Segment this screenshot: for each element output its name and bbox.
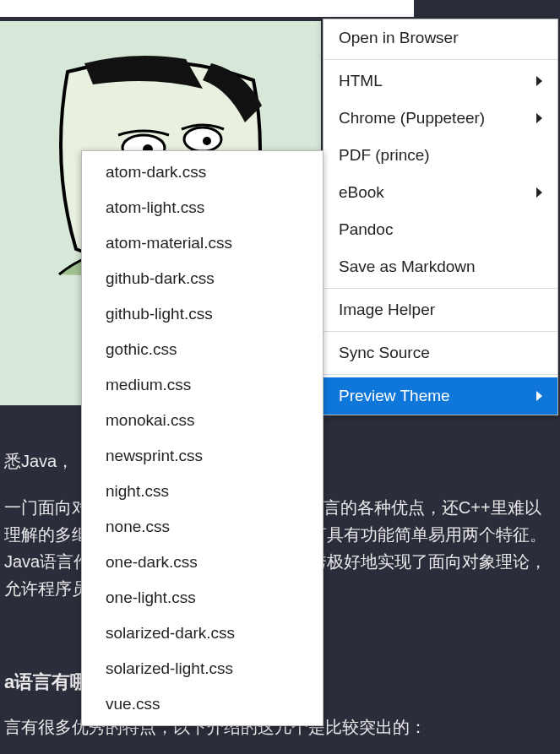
menu-item-save-as-markdown[interactable]: Save as Markdown	[323, 248, 557, 285]
header-strip	[0, 0, 414, 17]
menu-item-html[interactable]: HTML	[323, 62, 557, 100]
submenu-arrow-icon	[536, 187, 542, 198]
menu-item-sync-source[interactable]: Sync Source	[323, 334, 557, 372]
submenu-arrow-icon	[536, 391, 542, 401]
menu-item-label: Open in Browser	[339, 29, 459, 47]
menu-item-label: Image Helper	[339, 301, 435, 319]
menu-item-label: Preview Theme	[339, 387, 450, 405]
theme-item-github-light-css[interactable]: github-light.css	[82, 296, 323, 332]
svg-point-1	[184, 127, 221, 151]
menu-item-image-helper[interactable]: Image Helper	[323, 291, 557, 328]
menu-separator	[323, 288, 557, 289]
menu-item-label: HTML	[339, 72, 383, 90]
theme-item-night-css[interactable]: night.css	[82, 474, 323, 509]
menu-item-preview-theme[interactable]: Preview Theme	[323, 377, 557, 415]
menu-item-chrome-puppeteer[interactable]: Chrome (Puppeteer)	[323, 100, 557, 137]
menu-item-pdf-prince[interactable]: PDF (prince)	[323, 137, 557, 174]
theme-item-vue-css[interactable]: vue.css	[82, 686, 323, 722]
bg-text-fragment-1: 悉Java，	[0, 448, 78, 475]
theme-item-gothic-css[interactable]: gothic.css	[82, 332, 323, 367]
theme-item-github-dark-css[interactable]: github-dark.css	[82, 261, 323, 296]
menu-separator	[323, 331, 557, 332]
submenu-arrow-icon	[536, 113, 542, 123]
submenu-arrow-icon	[536, 76, 542, 86]
menu-separator	[323, 374, 557, 375]
theme-item-atom-light-css[interactable]: atom-light.css	[82, 190, 323, 225]
theme-item-one-light-css[interactable]: one-light.css	[82, 580, 323, 616]
theme-item-newsprint-css[interactable]: newsprint.css	[82, 438, 323, 474]
preview-theme-submenu: atom-dark.cssatom-light.cssatom-material…	[81, 150, 323, 726]
theme-item-one-dark-css[interactable]: one-dark.css	[82, 545, 323, 580]
menu-item-label: Sync Source	[339, 344, 430, 362]
theme-item-atom-dark-css[interactable]: atom-dark.css	[82, 155, 323, 190]
menu-item-label: eBook	[339, 183, 384, 202]
menu-item-label: Save as Markdown	[339, 258, 476, 276]
svg-point-3	[203, 137, 211, 145]
menu-item-label: Pandoc	[339, 220, 393, 239]
menu-item-pandoc[interactable]: Pandoc	[323, 211, 557, 248]
menu-separator	[323, 59, 557, 60]
theme-item-atom-material-css[interactable]: atom-material.css	[82, 225, 323, 261]
menu-item-label: PDF (prince)	[339, 146, 430, 165]
menu-item-label: Chrome (Puppeteer)	[339, 109, 485, 127]
theme-item-monokai-css[interactable]: monokai.css	[82, 403, 323, 438]
theme-item-medium-css[interactable]: medium.css	[82, 367, 323, 403]
theme-item-solarized-light-css[interactable]: solarized-light.css	[82, 651, 323, 686]
context-menu: Open in BrowserHTMLChrome (Puppeteer)PDF…	[323, 19, 558, 415]
menu-item-ebook[interactable]: eBook	[323, 174, 557, 211]
theme-item-none-css[interactable]: none.css	[82, 509, 323, 545]
menu-item-open-in-browser[interactable]: Open in Browser	[323, 19, 557, 57]
theme-item-solarized-dark-css[interactable]: solarized-dark.css	[82, 616, 323, 651]
